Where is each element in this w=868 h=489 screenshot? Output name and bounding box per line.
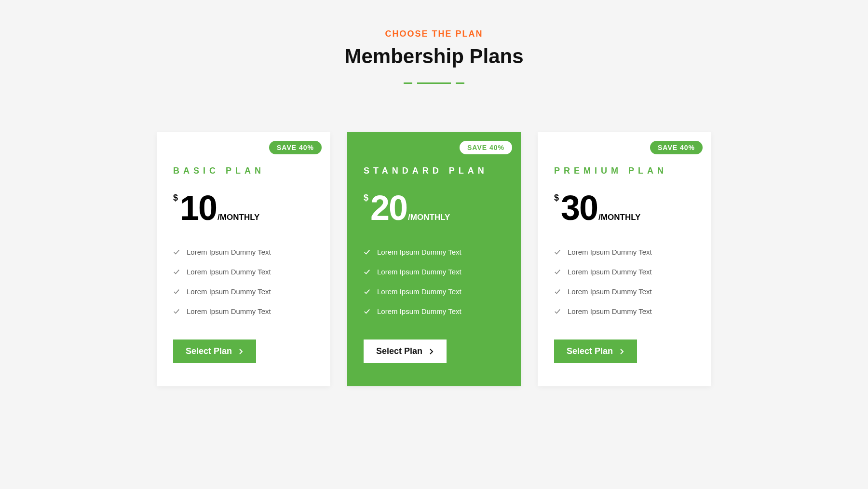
feature-item: Lorem Ipsum Dummy Text bbox=[364, 301, 504, 321]
feature-item: Lorem Ipsum Dummy Text bbox=[173, 282, 314, 301]
chevron-right-icon bbox=[239, 348, 244, 355]
feature-text: Lorem Ipsum Dummy Text bbox=[568, 268, 652, 276]
section-eyebrow: CHOOSE THE PLAN bbox=[10, 29, 858, 39]
feature-text: Lorem Ipsum Dummy Text bbox=[187, 287, 271, 296]
feature-item: Lorem Ipsum Dummy Text bbox=[173, 262, 314, 282]
check-icon bbox=[173, 308, 180, 315]
section-divider bbox=[10, 82, 858, 84]
price-row: $ 20 /MONTHLY bbox=[364, 190, 504, 225]
feature-text: Lorem Ipsum Dummy Text bbox=[187, 248, 271, 256]
plans-container: SAVE 40% BASIC PLAN $ 10 /MONTHLY Lorem … bbox=[145, 132, 723, 386]
feature-text: Lorem Ipsum Dummy Text bbox=[568, 287, 652, 296]
features-list: Lorem Ipsum Dummy Text Lorem Ipsum Dummy… bbox=[173, 242, 314, 321]
feature-item: Lorem Ipsum Dummy Text bbox=[173, 301, 314, 321]
button-label: Select Plan bbox=[567, 346, 613, 356]
plan-name: STANDARD PLAN bbox=[364, 166, 504, 176]
price-value: 10 bbox=[180, 190, 217, 225]
price-row: $ 10 /MONTHLY bbox=[173, 190, 314, 225]
chevron-right-icon bbox=[429, 348, 434, 355]
save-badge: SAVE 40% bbox=[650, 141, 703, 154]
check-icon bbox=[554, 269, 561, 275]
check-icon bbox=[173, 288, 180, 295]
price-value: 20 bbox=[370, 190, 407, 225]
divider-segment bbox=[456, 82, 464, 84]
currency-symbol: $ bbox=[554, 193, 559, 203]
plan-card-basic: SAVE 40% BASIC PLAN $ 10 /MONTHLY Lorem … bbox=[157, 132, 330, 386]
check-icon bbox=[554, 249, 561, 256]
feature-text: Lorem Ipsum Dummy Text bbox=[187, 307, 271, 315]
feature-item: Lorem Ipsum Dummy Text bbox=[173, 242, 314, 262]
plan-card-premium: SAVE 40% PREMIUM PLAN $ 30 /MONTHLY Lore… bbox=[538, 132, 711, 386]
check-icon bbox=[364, 308, 370, 315]
feature-text: Lorem Ipsum Dummy Text bbox=[377, 307, 461, 315]
price-period: /MONTHLY bbox=[408, 213, 450, 222]
feature-item: Lorem Ipsum Dummy Text bbox=[554, 282, 695, 301]
section-title: Membership Plans bbox=[10, 45, 858, 68]
feature-text: Lorem Ipsum Dummy Text bbox=[568, 307, 652, 315]
button-label: Select Plan bbox=[376, 346, 422, 356]
check-icon bbox=[173, 269, 180, 275]
select-plan-button[interactable]: Select Plan bbox=[173, 340, 256, 363]
check-icon bbox=[554, 288, 561, 295]
price-period: /MONTHLY bbox=[217, 213, 259, 222]
check-icon bbox=[173, 249, 180, 256]
select-plan-button[interactable]: Select Plan bbox=[554, 340, 637, 363]
features-list: Lorem Ipsum Dummy Text Lorem Ipsum Dummy… bbox=[364, 242, 504, 321]
price-row: $ 30 /MONTHLY bbox=[554, 190, 695, 225]
price-value: 30 bbox=[561, 190, 597, 225]
feature-item: Lorem Ipsum Dummy Text bbox=[554, 242, 695, 262]
plan-card-standard: SAVE 40% STANDARD PLAN $ 20 /MONTHLY Lor… bbox=[347, 132, 521, 386]
divider-segment bbox=[417, 82, 451, 84]
feature-item: Lorem Ipsum Dummy Text bbox=[554, 301, 695, 321]
currency-symbol: $ bbox=[173, 193, 178, 203]
check-icon bbox=[364, 249, 370, 256]
check-icon bbox=[554, 308, 561, 315]
features-list: Lorem Ipsum Dummy Text Lorem Ipsum Dummy… bbox=[554, 242, 695, 321]
feature-item: Lorem Ipsum Dummy Text bbox=[364, 262, 504, 282]
button-label: Select Plan bbox=[186, 346, 232, 356]
select-plan-button[interactable]: Select Plan bbox=[364, 340, 447, 363]
currency-symbol: $ bbox=[364, 193, 368, 203]
plan-name: BASIC PLAN bbox=[173, 166, 314, 176]
save-badge: SAVE 40% bbox=[269, 141, 322, 154]
feature-item: Lorem Ipsum Dummy Text bbox=[364, 282, 504, 301]
feature-text: Lorem Ipsum Dummy Text bbox=[568, 248, 652, 256]
section-header: CHOOSE THE PLAN Membership Plans bbox=[10, 29, 858, 84]
price-period: /MONTHLY bbox=[598, 213, 640, 222]
feature-item: Lorem Ipsum Dummy Text bbox=[364, 242, 504, 262]
check-icon bbox=[364, 269, 370, 275]
check-icon bbox=[364, 288, 370, 295]
feature-text: Lorem Ipsum Dummy Text bbox=[377, 287, 461, 296]
divider-segment bbox=[404, 82, 412, 84]
plan-name: PREMIUM PLAN bbox=[554, 166, 695, 176]
feature-text: Lorem Ipsum Dummy Text bbox=[377, 248, 461, 256]
feature-text: Lorem Ipsum Dummy Text bbox=[187, 268, 271, 276]
feature-item: Lorem Ipsum Dummy Text bbox=[554, 262, 695, 282]
save-badge: SAVE 40% bbox=[460, 141, 512, 154]
chevron-right-icon bbox=[620, 348, 624, 355]
feature-text: Lorem Ipsum Dummy Text bbox=[377, 268, 461, 276]
